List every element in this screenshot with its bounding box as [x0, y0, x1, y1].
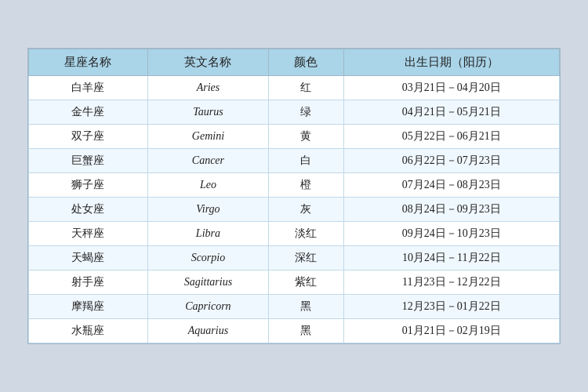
- zodiac-table-wrapper: 星座名称 英文名称 颜色 出生日期（阳历） 白羊座Aries红03月21日－04…: [27, 48, 561, 344]
- cell-color: 淡红: [269, 222, 344, 246]
- cell-english-name: Capricorn: [147, 295, 268, 319]
- cell-english-name: Scorpio: [147, 246, 268, 270]
- cell-dates: 09月24日－10月23日: [343, 222, 559, 246]
- cell-dates: 12月23日－01月22日: [343, 295, 559, 319]
- cell-english-name: Leo: [147, 173, 268, 198]
- header-color: 颜色: [269, 49, 344, 76]
- cell-english-name: Libra: [147, 222, 268, 246]
- cell-color: 深红: [269, 246, 344, 270]
- cell-chinese-name: 摩羯座: [29, 295, 148, 319]
- cell-chinese-name: 天蝎座: [29, 246, 148, 270]
- cell-color: 黑: [269, 319, 344, 343]
- cell-dates: 06月22日－07月23日: [343, 149, 559, 173]
- table-row: 双子座Gemini黄05月22日－06月21日: [29, 125, 560, 149]
- cell-english-name: Virgo: [147, 198, 268, 222]
- table-row: 射手座Sagittarius紫红11月23日－12月22日: [29, 270, 560, 295]
- cell-english-name: Aquarius: [147, 319, 268, 343]
- cell-color: 红: [269, 76, 344, 100]
- cell-dates: 05月22日－06月21日: [343, 125, 559, 149]
- cell-color: 白: [269, 149, 344, 173]
- table-row: 处女座Virgo灰08月24日－09月23日: [29, 198, 560, 222]
- cell-dates: 01月21日－02月19日: [343, 319, 559, 343]
- cell-dates: 07月24日－08月23日: [343, 173, 559, 198]
- cell-chinese-name: 金牛座: [29, 100, 148, 125]
- header-dates: 出生日期（阳历）: [343, 49, 559, 76]
- table-row: 水瓶座Aquarius黑01月21日－02月19日: [29, 319, 560, 343]
- cell-color: 黄: [269, 125, 344, 149]
- table-header-row: 星座名称 英文名称 颜色 出生日期（阳历）: [29, 49, 560, 76]
- cell-english-name: Sagittarius: [147, 270, 268, 295]
- table-row: 金牛座Taurus绿04月21日－05月21日: [29, 100, 560, 125]
- cell-color: 黑: [269, 295, 344, 319]
- cell-color: 紫红: [269, 270, 344, 295]
- cell-english-name: Gemini: [147, 125, 268, 149]
- table-row: 天蝎座Scorpio深红10月24日－11月22日: [29, 246, 560, 270]
- header-english-name: 英文名称: [147, 49, 268, 76]
- cell-chinese-name: 狮子座: [29, 173, 148, 198]
- cell-color: 橙: [269, 173, 344, 198]
- cell-dates: 03月21日－04月20日: [343, 76, 559, 100]
- cell-dates: 11月23日－12月22日: [343, 270, 559, 295]
- table-row: 白羊座Aries红03月21日－04月20日: [29, 76, 560, 100]
- cell-color: 灰: [269, 198, 344, 222]
- cell-chinese-name: 双子座: [29, 125, 148, 149]
- cell-english-name: Aries: [147, 76, 268, 100]
- cell-chinese-name: 射手座: [29, 270, 148, 295]
- cell-chinese-name: 处女座: [29, 198, 148, 222]
- header-chinese-name: 星座名称: [29, 49, 148, 76]
- cell-color: 绿: [269, 100, 344, 125]
- cell-english-name: Taurus: [147, 100, 268, 125]
- cell-dates: 10月24日－11月22日: [343, 246, 559, 270]
- table-row: 天秤座Libra淡红09月24日－10月23日: [29, 222, 560, 246]
- table-row: 狮子座Leo橙07月24日－08月23日: [29, 173, 560, 198]
- table-row: 巨蟹座Cancer白06月22日－07月23日: [29, 149, 560, 173]
- table-row: 摩羯座Capricorn黑12月23日－01月22日: [29, 295, 560, 319]
- cell-chinese-name: 水瓶座: [29, 319, 148, 343]
- cell-chinese-name: 巨蟹座: [29, 149, 148, 173]
- cell-dates: 04月21日－05月21日: [343, 100, 559, 125]
- cell-chinese-name: 天秤座: [29, 222, 148, 246]
- cell-dates: 08月24日－09月23日: [343, 198, 559, 222]
- zodiac-table: 星座名称 英文名称 颜色 出生日期（阳历） 白羊座Aries红03月21日－04…: [28, 49, 560, 343]
- cell-chinese-name: 白羊座: [29, 76, 148, 100]
- table-body: 白羊座Aries红03月21日－04月20日金牛座Taurus绿04月21日－0…: [29, 76, 560, 343]
- cell-english-name: Cancer: [147, 149, 268, 173]
